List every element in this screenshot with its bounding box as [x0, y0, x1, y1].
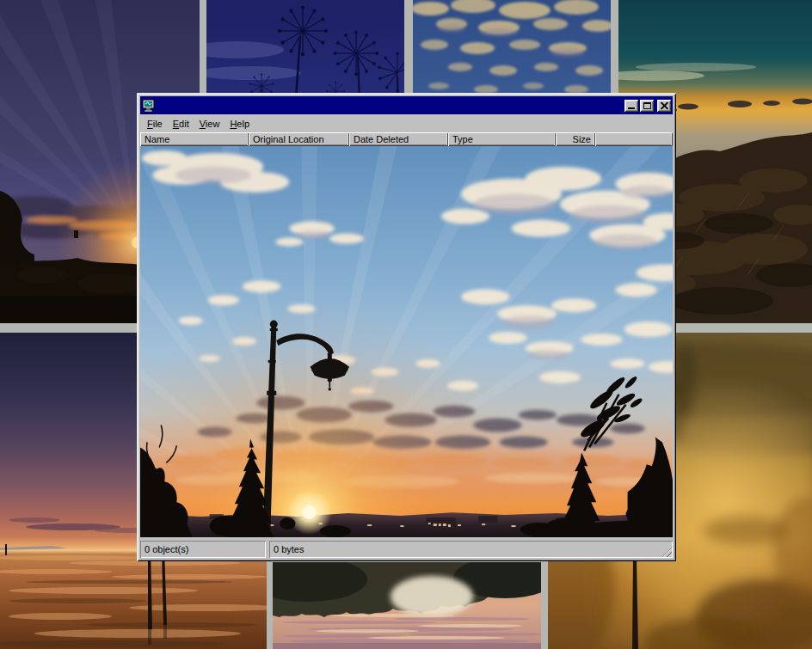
status-bar: 0 object(s) 0 bytes — [140, 541, 673, 558]
thumbnail-water-reflection — [273, 562, 541, 649]
menu-bar: FileEditViewHelp — [140, 114, 673, 132]
water-reflection-image — [273, 562, 541, 649]
status-object-count: 0 object(s) — [140, 541, 266, 558]
column-header-date-deleted[interactable]: Date Deleted — [349, 132, 448, 146]
sunset-lamp-image — [140, 146, 673, 537]
column-headers: NameOriginal LocationDate DeletedTypeSiz… — [140, 132, 673, 146]
status-total-size: 0 bytes — [269, 541, 673, 558]
menu-file[interactable]: File — [142, 117, 168, 131]
resize-grip[interactable] — [661, 546, 672, 557]
menu-help[interactable]: Help — [225, 117, 255, 131]
maximize-icon — [643, 102, 651, 109]
minimize-button[interactable] — [624, 100, 638, 112]
window-controls — [624, 100, 671, 112]
column-header-blank[interactable] — [595, 132, 673, 146]
column-header-name[interactable]: Name — [140, 132, 249, 146]
close-button[interactable] — [657, 100, 671, 112]
column-header-original-location[interactable]: Original Location — [249, 132, 349, 146]
window-titlebar[interactable] — [140, 96, 673, 114]
menu-edit[interactable]: Edit — [168, 117, 194, 131]
column-header-size[interactable]: Size — [556, 132, 595, 146]
close-icon — [661, 101, 668, 109]
column-header-type[interactable]: Type — [448, 132, 556, 146]
menu-view[interactable]: View — [194, 117, 225, 131]
maximize-button[interactable] — [640, 100, 654, 112]
minimize-icon — [628, 107, 635, 109]
recycle-bin-window: FileEditViewHelp NameOriginal LocationDa… — [137, 93, 676, 561]
computer-monitor-icon — [142, 99, 156, 113]
status-total-size-label: 0 bytes — [274, 544, 304, 554]
list-view-sunset-photo[interactable] — [140, 146, 673, 537]
desktop-background: FileEditViewHelp NameOriginal LocationDa… — [0, 0, 812, 649]
